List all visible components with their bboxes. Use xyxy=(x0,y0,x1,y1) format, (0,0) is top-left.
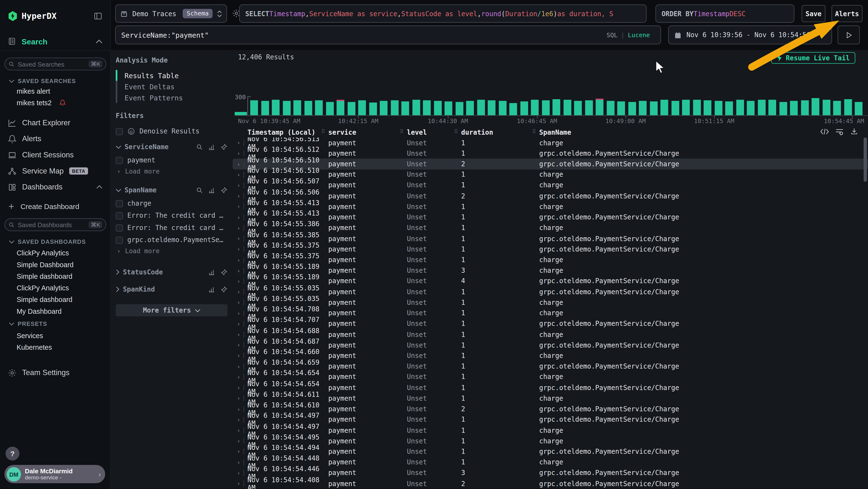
histogram-bar[interactable] xyxy=(628,102,636,115)
filter-option[interactable]: Error: The credit card … xyxy=(116,209,227,222)
sidebar-collapse-icon[interactable] xyxy=(94,11,102,20)
checkbox[interactable] xyxy=(116,212,123,219)
source-select[interactable]: Demo Traces Schema xyxy=(115,4,227,23)
expand-row-icon[interactable]: › xyxy=(237,161,244,167)
histogram-bar[interactable] xyxy=(714,101,722,115)
histogram-bar[interactable] xyxy=(682,100,690,115)
expand-row-icon[interactable]: › xyxy=(237,449,244,455)
saved-searches-search[interactable]: ⌘K xyxy=(4,58,106,70)
histogram-bar[interactable] xyxy=(779,102,787,115)
expand-row-icon[interactable]: › xyxy=(237,353,244,359)
column-service[interactable]: ⠿service xyxy=(329,128,407,136)
histogram-bar[interactable] xyxy=(369,103,377,115)
filter-option[interactable]: grpc.oteldemo.PaymentSe… xyxy=(116,234,227,246)
bar-chart-icon[interactable] xyxy=(208,268,215,276)
histogram-bar[interactable] xyxy=(347,102,355,115)
preset-item[interactable]: Services xyxy=(0,330,110,341)
sidebar-item-client-sessions[interactable]: Client Sessions xyxy=(0,147,110,163)
run-query-button[interactable] xyxy=(838,26,860,45)
histogram-bar[interactable] xyxy=(844,99,851,115)
expand-row-icon[interactable]: › xyxy=(237,257,244,263)
expand-row-icon[interactable]: › xyxy=(237,332,244,338)
sql-toggle[interactable]: SQL xyxy=(607,31,618,39)
save-button[interactable]: Save xyxy=(802,5,826,22)
expand-row-icon[interactable]: › xyxy=(237,278,244,284)
histogram-bar[interactable] xyxy=(747,101,754,115)
results-histogram[interactable]: 300 Nov 6 10:39:45 AM10:42:15 AM10:44:30… xyxy=(232,72,868,100)
histogram-bar[interactable] xyxy=(499,101,506,115)
saved-dashboard-item[interactable]: ClickPy Analytics xyxy=(0,282,110,294)
histogram-bar[interactable] xyxy=(660,100,668,115)
histogram-bar[interactable] xyxy=(790,101,798,115)
expand-row-icon[interactable]: › xyxy=(237,374,244,380)
histogram-bar[interactable] xyxy=(261,101,269,115)
expand-row-icon[interactable]: › xyxy=(237,459,244,465)
histogram-bar[interactable] xyxy=(563,100,571,115)
histogram-bar[interactable] xyxy=(595,100,603,115)
mode-event-patterns[interactable]: Event Patterns xyxy=(125,92,183,103)
saved-search-item[interactable]: mikes alert xyxy=(0,85,110,97)
expand-row-icon[interactable]: › xyxy=(237,416,244,423)
expand-row-icon[interactable]: › xyxy=(237,363,244,369)
sidebar-item-alerts[interactable]: Alerts xyxy=(0,131,110,147)
histogram-bar[interactable] xyxy=(391,100,398,115)
histogram-bar[interactable] xyxy=(693,100,701,115)
help-button[interactable]: ? xyxy=(5,447,19,461)
mode-results-table[interactable]: Results Table xyxy=(125,70,183,81)
expand-row-icon[interactable]: › xyxy=(237,342,244,348)
checkbox[interactable] xyxy=(116,156,123,164)
saved-dashboard-item[interactable]: Simple dashboard xyxy=(0,270,110,282)
pin-icon[interactable] xyxy=(220,286,227,293)
histogram-bar[interactable] xyxy=(326,102,334,115)
saved-dashboard-item[interactable]: ClickPy Analytics xyxy=(0,247,110,259)
expand-row-icon[interactable]: › xyxy=(237,310,244,316)
filter-option-payment[interactable]: payment xyxy=(116,154,227,166)
saved-dashboard-item[interactable]: My Dashboard xyxy=(0,305,110,317)
table-header[interactable]: Timestamp (Local) ⠿service ⠿level ⠿durat… xyxy=(232,128,868,136)
histogram-bar[interactable] xyxy=(725,102,733,115)
sidebar-item-service-map[interactable]: Service Map BETA xyxy=(0,163,110,179)
histogram-bar[interactable] xyxy=(574,101,582,115)
resume-live-tail-button[interactable]: Resume Live Tail xyxy=(771,52,855,64)
histogram-bar[interactable] xyxy=(531,100,539,115)
saved-dashboard-item[interactable]: Simple dashboard xyxy=(0,294,110,305)
pin-icon[interactable] xyxy=(220,143,227,151)
saved-dashboard-item[interactable]: Simple Dashboard xyxy=(0,259,110,270)
expand-row-icon[interactable]: › xyxy=(237,182,244,188)
filter-group-spanname[interactable]: SpanName xyxy=(116,183,227,197)
expand-row-icon[interactable]: › xyxy=(237,140,244,146)
search-icon[interactable] xyxy=(196,186,203,194)
column-duration[interactable]: ⠿duration xyxy=(461,128,539,136)
histogram-bar[interactable] xyxy=(477,100,485,115)
order-by-input[interactable]: ORDER BY Timestamp DESC xyxy=(655,4,794,23)
histogram-bar[interactable] xyxy=(293,100,301,115)
histogram-bar[interactable] xyxy=(757,100,765,115)
expand-row-icon[interactable]: › xyxy=(237,204,244,210)
histogram-bar[interactable] xyxy=(552,99,560,115)
expand-row-icon[interactable]: › xyxy=(237,214,244,220)
bar-chart-icon[interactable] xyxy=(208,186,215,194)
histogram-bar[interactable] xyxy=(509,103,517,115)
histogram-bar[interactable] xyxy=(542,100,550,115)
saved-dashboards-input[interactable] xyxy=(18,221,86,228)
histogram-bar[interactable] xyxy=(434,101,441,115)
sidebar-item-search[interactable]: Search xyxy=(0,34,110,51)
pin-icon[interactable] xyxy=(220,186,227,194)
expand-row-icon[interactable]: › xyxy=(237,225,244,231)
saved-searches-section-header[interactable]: SAVED SEARCHES xyxy=(0,78,85,84)
sidebar-item-team-settings[interactable]: Team Settings xyxy=(0,365,110,381)
expand-row-icon[interactable]: › xyxy=(237,246,244,252)
histogram-bar[interactable] xyxy=(235,112,247,115)
histogram-bar[interactable] xyxy=(585,100,593,115)
table-row[interactable]: ›Nov 6 10:54:54.408 AMpaymentUnset2grpc.… xyxy=(232,478,868,489)
expand-row-icon[interactable]: › xyxy=(237,427,244,433)
histogram-bar[interactable] xyxy=(304,101,312,115)
expand-row-icon[interactable]: › xyxy=(237,385,244,391)
expand-row-icon[interactable]: › xyxy=(237,481,244,487)
histogram-bar[interactable] xyxy=(520,102,528,115)
search-icon[interactable] xyxy=(196,143,203,151)
filter-group-servicename[interactable]: ServiceName xyxy=(116,140,227,154)
bar-chart-icon[interactable] xyxy=(208,286,215,293)
saved-searches-input[interactable] xyxy=(18,61,86,67)
date-range-picker[interactable]: Nov 6 10:39:56 - Nov 6 10:54:56 xyxy=(668,26,832,45)
